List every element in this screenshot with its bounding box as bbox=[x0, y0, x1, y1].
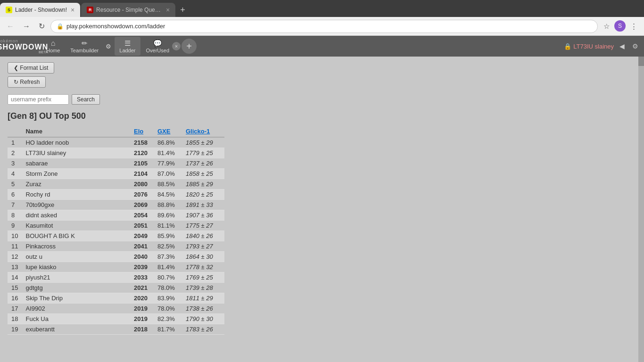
scrollbar[interactable] bbox=[638, 57, 644, 362]
elo-cell: 2105 bbox=[130, 158, 154, 169]
elo-cell: 2054 bbox=[130, 210, 154, 221]
glicko-cell: 1775 ± 27 bbox=[182, 221, 224, 231]
elo-cell: 2019 bbox=[130, 304, 154, 314]
name-cell[interactable]: Storm Zone bbox=[22, 169, 130, 179]
name-cell[interactable]: Pinkacross bbox=[22, 241, 130, 252]
rank-cell: 5 bbox=[8, 179, 22, 189]
reload-button[interactable]: ↻ bbox=[36, 20, 48, 33]
address-bar[interactable]: 🔒 play.pokemonshowdown.com/ladder bbox=[50, 20, 598, 33]
user-info[interactable]: 🔒 LT73IU slainey bbox=[564, 43, 614, 50]
table-row: 12 outz u 2040 87.3% 1864 ± 30 bbox=[8, 252, 224, 262]
nav-item-home[interactable]: ⌂ Home bbox=[41, 37, 65, 56]
rank-cell: 1 bbox=[8, 137, 22, 148]
nav-item-teambuilder[interactable]: ✏ Teambuilder bbox=[66, 37, 103, 56]
gxe-cell: 81.1% bbox=[154, 221, 182, 231]
teambuilder-settings-btn[interactable]: ⚙ bbox=[103, 37, 114, 56]
gxe-cell: 88.8% bbox=[154, 200, 182, 210]
glicko-cell: 1790 ± 30 bbox=[182, 314, 224, 324]
rank-cell: 17 bbox=[8, 304, 22, 314]
col-elo[interactable]: Elo bbox=[130, 126, 154, 137]
audio-toggle-btn[interactable]: ◀ bbox=[618, 41, 627, 52]
tab-resource[interactable]: R Resource - Simple Questions, Si... × bbox=[81, 3, 175, 17]
ladder-icon: ☰ bbox=[124, 39, 131, 48]
name-cell[interactable]: Fuck Ua bbox=[22, 314, 130, 324]
name-cell[interactable]: gdtgtg bbox=[22, 283, 130, 293]
rank-cell: 10 bbox=[8, 231, 22, 241]
nav-group-ladder: ☰ Ladder bbox=[115, 37, 140, 56]
nav-item-ladder[interactable]: ☰ Ladder bbox=[115, 37, 140, 56]
col-name: Name bbox=[22, 126, 130, 137]
elo-cell: 2021 bbox=[130, 283, 154, 293]
tab-close-2[interactable]: × bbox=[166, 6, 170, 14]
search-row: Search bbox=[8, 94, 636, 105]
name-cell[interactable]: exuberantt bbox=[22, 324, 130, 335]
name-cell[interactable]: BOUGHT A BIG K bbox=[22, 231, 130, 241]
nav-item-overused[interactable]: 💬 OverUsed bbox=[141, 37, 174, 56]
name-cell[interactable]: HO ladder noob bbox=[22, 137, 130, 148]
rank-cell: 6 bbox=[8, 189, 22, 200]
overused-label: OverUsed bbox=[146, 48, 170, 53]
name-cell[interactable]: Rochy rd bbox=[22, 189, 130, 200]
nav-items: ⌂ Home ✏ Teambuilder ⚙ ☰ Ladder 💬 bbox=[41, 37, 564, 56]
name-cell[interactable]: piyush21 bbox=[22, 272, 130, 283]
table-row: 8 didnt asked 2054 89.6% 1907 ± 36 bbox=[8, 210, 224, 221]
name-cell[interactable]: lupe kiasko bbox=[22, 262, 130, 272]
gxe-cell: 87.0% bbox=[154, 169, 182, 179]
name-cell[interactable]: Zuraz bbox=[22, 179, 130, 189]
name-cell[interactable]: didnt asked bbox=[22, 210, 130, 221]
page-title: [Gen 8] OU Top 500 bbox=[8, 111, 636, 121]
glicko-cell: 1793 ± 27 bbox=[182, 241, 224, 252]
elo-cell: 2080 bbox=[130, 179, 154, 189]
refresh-button[interactable]: ↻ Refresh bbox=[8, 76, 46, 88]
search-input[interactable] bbox=[8, 94, 69, 105]
rank-cell: 19 bbox=[8, 324, 22, 335]
gxe-cell: 82.5% bbox=[154, 241, 182, 252]
tab-ladder[interactable]: S Ladder - Showdown! × bbox=[0, 3, 80, 17]
elo-cell: 2039 bbox=[130, 262, 154, 272]
settings-btn[interactable]: ⚙ bbox=[630, 41, 640, 52]
glicko-cell: 1769 ± 25 bbox=[182, 272, 224, 283]
col-glicko[interactable]: Glicko-1 bbox=[182, 126, 224, 137]
logo[interactable]: Pokémon SHOWDOWN BETA bbox=[4, 38, 41, 55]
add-tab-btn[interactable]: + bbox=[182, 39, 197, 54]
elo-cell: 2104 bbox=[130, 169, 154, 179]
overused-close-btn[interactable]: × bbox=[172, 42, 181, 50]
table-row: 14 piyush21 2033 80.7% 1769 ± 25 bbox=[8, 272, 224, 283]
name-cell[interactable]: outz u bbox=[22, 252, 130, 262]
back-button[interactable]: ← bbox=[4, 20, 17, 33]
elo-cell: 2040 bbox=[130, 252, 154, 262]
format-list-button[interactable]: ❮ Format List bbox=[8, 62, 54, 74]
new-tab-button[interactable]: + bbox=[176, 3, 189, 17]
elo-cell: 2041 bbox=[130, 241, 154, 252]
gxe-cell: 84.5% bbox=[154, 189, 182, 200]
profile-button[interactable]: S bbox=[614, 20, 626, 32]
table-row: 7 70to90gxe 2069 88.8% 1891 ± 33 bbox=[8, 200, 224, 210]
nav-actions: ☆ S ⋮ bbox=[601, 20, 640, 33]
name-cell[interactable]: AI9902 bbox=[22, 304, 130, 314]
gxe-cell: 81.7% bbox=[154, 324, 182, 335]
forward-button[interactable]: → bbox=[20, 20, 33, 33]
glicko-cell: 1738 ± 26 bbox=[182, 304, 224, 314]
name-cell[interactable]: LT73IU slainey bbox=[22, 148, 130, 158]
col-rank bbox=[8, 126, 22, 137]
bookmark-button[interactable]: ☆ bbox=[601, 20, 612, 33]
teambuilder-label: Teambuilder bbox=[70, 48, 99, 53]
name-cell[interactable]: Kasumitot bbox=[22, 221, 130, 231]
home-label: Home bbox=[46, 48, 60, 53]
name-cell[interactable]: sabarae bbox=[22, 158, 130, 169]
search-button[interactable]: Search bbox=[72, 94, 100, 105]
name-cell[interactable]: 70to90gxe bbox=[22, 200, 130, 210]
tab-close-1[interactable]: × bbox=[71, 6, 74, 14]
col-gxe[interactable]: GXE bbox=[154, 126, 182, 137]
username: LT73IU slainey bbox=[573, 43, 614, 50]
rank-cell: 4 bbox=[8, 169, 22, 179]
elo-cell: 2051 bbox=[130, 221, 154, 231]
user-lock-icon: 🔒 bbox=[564, 43, 571, 50]
gxe-cell: 89.6% bbox=[154, 210, 182, 221]
tab-favicon-2: R bbox=[87, 7, 93, 13]
gxe-cell: 86.8% bbox=[154, 137, 182, 148]
home-icon: ⌂ bbox=[51, 39, 56, 48]
scrollbar-thumb[interactable] bbox=[638, 57, 644, 66]
name-cell[interactable]: Skip The Drip bbox=[22, 293, 130, 304]
more-button[interactable]: ⋮ bbox=[627, 20, 640, 33]
